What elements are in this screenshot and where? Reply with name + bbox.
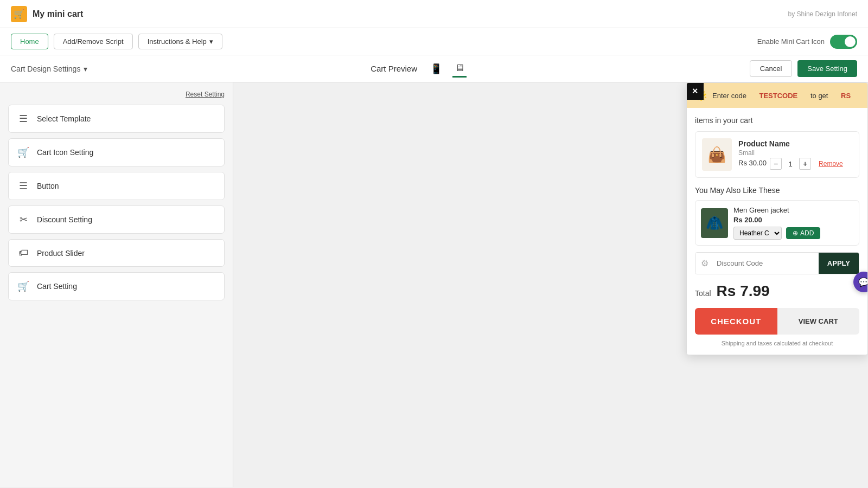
- plus-circle-icon: ⊕: [793, 229, 798, 237]
- nav-right: Enable Mini Cart Icon: [757, 35, 857, 49]
- total-label: Total: [695, 289, 711, 298]
- app-icon: 🛒: [11, 6, 27, 22]
- view-cart-button[interactable]: VIEW CART: [777, 308, 860, 335]
- cart-setting-icon: 🛒: [17, 280, 29, 292]
- app-branding: 🛒 My mini cart: [11, 6, 83, 22]
- promo-banner: 🌟 Enter code TESTCODE to get RS: [687, 83, 867, 108]
- discount-setting-icon: ✂: [17, 214, 29, 226]
- checkout-row: CHECKOUT VIEW CART: [695, 308, 859, 335]
- promo-text-after: to get: [810, 92, 828, 100]
- qty-decrease-button[interactable]: −: [770, 158, 782, 170]
- cart-design-settings-menu[interactable]: Cart Design Settings ▾: [11, 65, 87, 73]
- cart-section-title: items in your cart: [695, 116, 859, 125]
- app-title: My mini cart: [33, 9, 83, 19]
- cart-item-price: Rs 30.00: [738, 159, 767, 167]
- cart-item-details: Product Name Small Rs 30.00 − 1 + Remove: [738, 139, 852, 170]
- cart-design-settings-label: Cart Design Settings: [11, 65, 80, 73]
- chevron-down-icon: ▾: [84, 65, 87, 73]
- cart-item-qty: − 1 +: [770, 158, 811, 170]
- suggested-item-price: Rs 20.00: [733, 216, 853, 224]
- cart-body: items in your cart 👜 Product Name Small …: [687, 108, 867, 355]
- shipping-note: Shipping and taxes calculated at checkou…: [695, 340, 859, 346]
- checkout-button[interactable]: CHECKOUT: [695, 308, 777, 335]
- nav-left: Home Add/Remove Script Instructions & He…: [11, 34, 222, 49]
- nav-bar: Home Add/Remove Script Instructions & He…: [0, 28, 868, 55]
- promo-code: TESTCODE: [760, 92, 798, 100]
- button-label: Button: [37, 182, 59, 190]
- total-amount: Rs 7.99: [717, 282, 770, 300]
- cart-item-image: 👜: [702, 138, 732, 171]
- cart-item-name: Product Name: [738, 139, 852, 148]
- discount-row: ⚙ APPLY: [695, 252, 859, 274]
- reset-setting-link[interactable]: Reset Setting: [8, 91, 225, 98]
- apply-discount-button[interactable]: APPLY: [819, 253, 859, 274]
- chevron-down-icon: ▾: [209, 37, 213, 46]
- mobile-preview-icon[interactable]: 📱: [428, 61, 444, 77]
- top-header: 🛒 My mini cart by Shine Dezign Infonet: [0, 0, 868, 28]
- preview-icons: 📱 🖥: [428, 60, 467, 78]
- add-to-cart-button[interactable]: ⊕ ADD: [786, 227, 820, 239]
- sidebar: Reset Setting ☰ Select Template 🛒 Cart I…: [0, 82, 233, 487]
- cart-close-button[interactable]: ✕: [686, 82, 704, 100]
- qty-increase-button[interactable]: +: [799, 158, 811, 170]
- add-remove-script-button[interactable]: Add/Remove Script: [54, 34, 133, 49]
- save-setting-button[interactable]: Save Setting: [797, 60, 857, 77]
- promo-text-before: Enter code: [712, 92, 746, 100]
- discount-code-input[interactable]: [714, 253, 819, 274]
- cart-popup: ✕ 🌟 Enter code TESTCODE to get RS items …: [686, 82, 868, 355]
- promo-rs: RS: [841, 92, 851, 100]
- cart-setting-label: Cart Setting: [37, 282, 77, 291]
- by-label: by Shine Dezign Infonet: [788, 10, 857, 18]
- suggested-item-name: Men Green jacket: [733, 206, 853, 214]
- sidebar-item-button[interactable]: ☰ Button: [8, 172, 225, 200]
- home-button[interactable]: Home: [11, 34, 48, 49]
- desktop-preview-icon[interactable]: 🖥: [452, 60, 467, 78]
- discount-code-icon: ⚙: [695, 253, 714, 274]
- discount-setting-label: Discount Setting: [37, 215, 92, 224]
- cart-icon-setting-icon: 🛒: [17, 146, 29, 158]
- preview-area: Show Empty Cart ✕ 🌟 Enter code TESTCODE …: [233, 82, 868, 487]
- variant-select[interactable]: Heather C: [733, 227, 782, 240]
- suggested-item-details: Men Green jacket Rs 20.00 Heather C ⊕ AD…: [733, 206, 853, 240]
- remove-item-link[interactable]: Remove: [819, 160, 843, 168]
- sub-nav-actions: Cancel Save Setting: [750, 60, 857, 77]
- sidebar-item-cart-icon-setting[interactable]: 🛒 Cart Icon Setting: [8, 138, 225, 166]
- sidebar-item-discount-setting[interactable]: ✂ Discount Setting: [8, 206, 225, 234]
- select-template-label: Select Template: [37, 114, 91, 123]
- instructions-help-button[interactable]: Instructions & Help ▾: [138, 34, 222, 49]
- sidebar-item-cart-setting[interactable]: 🛒 Cart Setting: [8, 272, 225, 300]
- total-row: Total Rs 7.99: [695, 282, 859, 300]
- enable-mini-cart-label: Enable Mini Cart Icon: [757, 37, 825, 46]
- button-icon: ☰: [17, 180, 29, 192]
- sidebar-item-product-slider[interactable]: 🏷 Product Slider: [8, 239, 225, 267]
- qty-value: 1: [785, 160, 796, 168]
- cart-preview-label: Cart Preview: [371, 64, 417, 73]
- cart-item: 👜 Product Name Small Rs 30.00 − 1 +: [702, 138, 852, 171]
- also-like-title: You May Also Like These: [695, 186, 859, 195]
- main-layout: Reset Setting ☰ Select Template 🛒 Cart I…: [0, 82, 868, 487]
- cart-items-box: 👜 Product Name Small Rs 30.00 − 1 +: [695, 131, 859, 178]
- sidebar-item-select-template[interactable]: ☰ Select Template: [8, 105, 225, 133]
- cancel-button[interactable]: Cancel: [750, 60, 792, 77]
- cart-item-variant: Small: [738, 149, 852, 157]
- sub-nav: Cart Design Settings ▾ Cart Preview 📱 🖥 …: [0, 55, 868, 82]
- cart-icon-setting-label: Cart Icon Setting: [37, 148, 93, 157]
- product-slider-label: Product Slider: [37, 249, 85, 258]
- suggested-item-actions: Heather C ⊕ ADD: [733, 227, 853, 240]
- product-slider-icon: 🏷: [17, 247, 29, 259]
- enable-mini-cart-toggle[interactable]: [830, 35, 857, 49]
- suggested-item: 🧥 Men Green jacket Rs 20.00 Heather C ⊕ …: [695, 200, 859, 246]
- select-template-icon: ☰: [17, 113, 29, 125]
- suggested-item-image: 🧥: [701, 208, 728, 238]
